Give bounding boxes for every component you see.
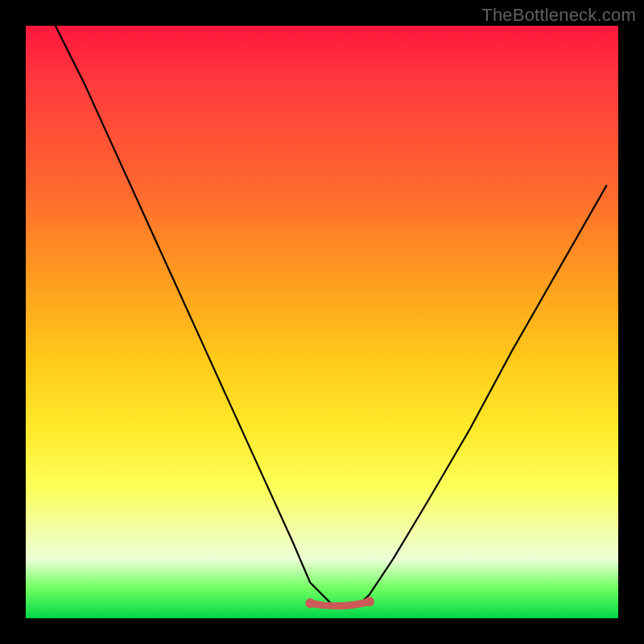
chart-svg [26, 26, 618, 618]
plot-area [26, 26, 618, 618]
highlight-band [310, 601, 369, 606]
highlight-endpoint-left [305, 598, 315, 608]
highlight-endpoint-right [365, 597, 374, 606]
watermark-label: TheBottleneck.com [481, 5, 636, 26]
chart-frame: TheBottleneck.com [0, 0, 644, 644]
chart-curve [56, 26, 607, 606]
